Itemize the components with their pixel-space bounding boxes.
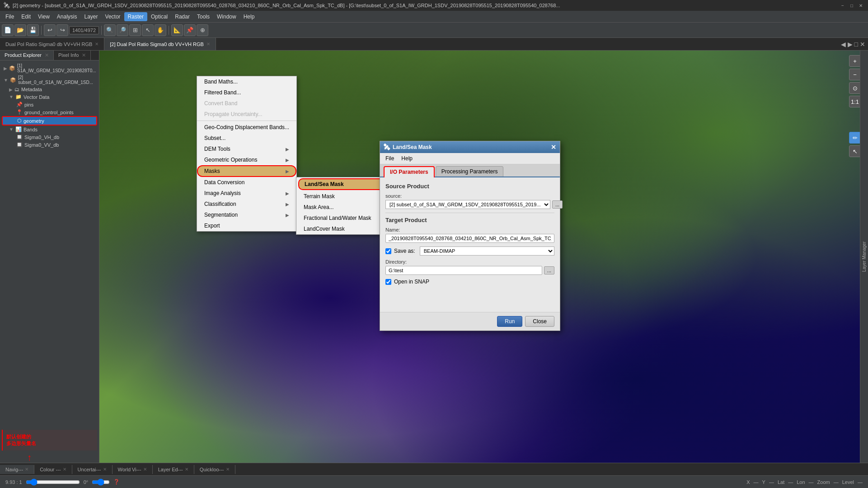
tab-view-1[interactable]: Dual Pol Ratio Sigma0 db VV+VH RGB ✕ xyxy=(0,38,104,50)
tree-item-2[interactable]: ▼ 📦 [2] subset_0_of_S1A_IW_GRDM_1SD... xyxy=(2,74,97,86)
nav-tab-quickloo[interactable]: Quickloo--- ✕ xyxy=(194,465,235,474)
tree-gcp[interactable]: 📍 ground_control_points xyxy=(2,108,97,116)
source-select[interactable]: [2] subset_0_of_S1A_IW_GRDM_1SDV_2019082… xyxy=(385,200,550,209)
menu-raster[interactable]: Raster xyxy=(124,12,147,21)
dd-export[interactable]: Export xyxy=(197,220,296,231)
view-close[interactable]: ✕ xyxy=(860,41,865,48)
dd-geo-ops[interactable]: Geometric Operations ▶ xyxy=(197,154,296,165)
open-in-snap-checkbox[interactable] xyxy=(385,279,391,285)
tree-pins[interactable]: 📌 pins xyxy=(2,101,97,108)
measure-button[interactable]: 📐 xyxy=(171,24,183,36)
pixel-info-close[interactable]: ✕ xyxy=(82,52,86,58)
dd-image-analysis[interactable]: Image Analysis ▶ xyxy=(197,188,296,199)
dd-subset[interactable]: Subset... xyxy=(197,133,296,144)
tab-product-explorer[interactable]: Product Explorer ✕ xyxy=(0,51,54,60)
menu-file[interactable]: File xyxy=(2,12,18,21)
zoom-in-button[interactable]: 🔍 xyxy=(104,24,116,36)
tree-bands[interactable]: ▼ 📊 Bands xyxy=(2,125,97,133)
menu-analysis[interactable]: Analysis xyxy=(53,12,81,21)
dd-segmentation[interactable]: Segmentation ▶ xyxy=(197,209,296,220)
save-button[interactable]: 💾 xyxy=(27,24,39,36)
dd-geocoding[interactable]: Geo-Coding Displacement Bands... xyxy=(197,122,296,133)
zoom-in-overlay[interactable]: + xyxy=(849,55,861,67)
gcp-button[interactable]: ⊕ xyxy=(197,24,208,36)
menu-window[interactable]: Window xyxy=(213,12,240,21)
zoom-label: Zoom xyxy=(817,479,830,485)
fit-button[interactable]: ⊞ xyxy=(129,24,141,36)
dialog-tab-io[interactable]: I/O Parameters xyxy=(384,166,435,177)
submenu-land-sea[interactable]: Land/Sea Mask xyxy=(298,178,393,190)
menu-edit[interactable]: Edit xyxy=(18,12,34,21)
quickloo-close[interactable]: ✕ xyxy=(226,467,230,472)
dd-filtered-band[interactable]: Filtered Band... xyxy=(197,87,296,98)
dialog-file-menu[interactable]: File xyxy=(382,154,398,163)
tree-metadata[interactable]: ▶ 🗂 Metadata xyxy=(2,86,97,93)
nav-tab-world[interactable]: World Vi--- ✕ xyxy=(113,465,153,474)
colour-close[interactable]: ✕ xyxy=(63,467,66,472)
zoom-out-overlay[interactable]: − xyxy=(849,69,861,80)
zoom-100-overlay[interactable]: 1:1 xyxy=(849,96,861,107)
draw-btn-2[interactable]: ↖ xyxy=(849,145,861,157)
tree-item-1[interactable]: ▶ 📦 [1] S1A_IW_GRDM_1SDV_20190828T0... xyxy=(2,62,97,74)
pan-button[interactable]: ✋ xyxy=(155,24,166,36)
tree-vector-data[interactable]: ▼ 📁 Vector Data xyxy=(2,93,97,101)
menu-help[interactable]: Help xyxy=(240,12,258,21)
menu-tools[interactable]: Tools xyxy=(193,12,213,21)
pin-button[interactable]: 📌 xyxy=(184,24,196,36)
product-explorer-close[interactable]: ✕ xyxy=(45,52,49,58)
tab-1-close[interactable]: ✕ xyxy=(95,42,99,46)
select-button[interactable]: ↖ xyxy=(142,24,154,36)
minimize-button[interactable]: − xyxy=(839,2,846,9)
scale-slider[interactable] xyxy=(26,479,80,486)
run-button[interactable]: Run xyxy=(497,316,522,327)
undo-button[interactable]: ↩ xyxy=(44,24,56,36)
directory-browse-button[interactable]: ... xyxy=(544,266,554,274)
dd-classification[interactable]: Classification ▶ xyxy=(197,199,296,209)
menu-layer[interactable]: Layer xyxy=(81,12,102,21)
dialog-close-button[interactable]: ✕ xyxy=(551,144,556,151)
uncertai-close[interactable]: ✕ xyxy=(103,467,107,472)
close-window-button[interactable]: ✕ xyxy=(857,2,864,9)
tree-geometry[interactable]: ⬡ geometry xyxy=(2,116,97,125)
source-browse-button[interactable]: ... xyxy=(552,200,563,209)
redo-button[interactable]: ↪ xyxy=(56,24,68,36)
world-close[interactable]: ✕ xyxy=(143,467,147,472)
save-as-checkbox[interactable] xyxy=(385,248,391,254)
open-button[interactable]: 📂 xyxy=(14,24,26,36)
tab-2-close[interactable]: ✕ xyxy=(206,42,210,46)
help-icon[interactable]: ❓ xyxy=(113,479,120,485)
view-nav-right[interactable]: ▶ xyxy=(848,41,853,48)
new-button[interactable]: 📄 xyxy=(2,24,14,36)
layer-close[interactable]: ✕ xyxy=(185,467,188,472)
nav-tab-colour[interactable]: Colour --- ✕ xyxy=(34,465,72,474)
view-nav-left[interactable]: ◀ xyxy=(841,41,846,48)
dd-masks[interactable]: Masks ▶ xyxy=(197,165,296,177)
nav-tab-layer[interactable]: Layer Ed--- ✕ xyxy=(153,465,194,474)
dialog-tab-processing[interactable]: Processing Parameters xyxy=(436,166,504,177)
tree-sigma-vv[interactable]: 🔲 Sigma0_VV_db xyxy=(2,141,97,149)
tab-pixel-info[interactable]: Pixel Info ✕ xyxy=(54,51,91,60)
nav-tab-uncertai[interactable]: Uncertai--- ✕ xyxy=(72,465,113,474)
dd-data-conv[interactable]: Data Conversion xyxy=(197,177,296,188)
zoom-fit-overlay[interactable]: ⊙ xyxy=(849,82,861,94)
menu-vector[interactable]: Vector xyxy=(102,12,124,21)
dd-dem-tools[interactable]: DEM Tools ▶ xyxy=(197,144,296,154)
navi-close[interactable]: ✕ xyxy=(25,467,28,472)
menu-view[interactable]: View xyxy=(34,12,53,21)
zoom-out-button[interactable]: 🔎 xyxy=(117,24,128,36)
save-format-select[interactable]: BEAM-DIMAP xyxy=(420,246,554,256)
menu-radar[interactable]: Radar xyxy=(171,12,193,21)
draw-btn-1[interactable]: ✏ xyxy=(849,132,861,144)
name-input[interactable] xyxy=(385,234,554,243)
close-dialog-button[interactable]: Close xyxy=(525,316,554,327)
maximize-button[interactable]: □ xyxy=(848,2,855,9)
directory-input[interactable] xyxy=(385,266,542,275)
nav-tab-navi[interactable]: Navig--- ✕ xyxy=(0,465,34,474)
tree-sigma-vh[interactable]: 🔲 Sigma0_VH_db xyxy=(2,133,97,141)
angle-slider[interactable] xyxy=(92,479,110,486)
menu-optical[interactable]: Optical xyxy=(147,12,171,21)
dialog-help-menu[interactable]: Help xyxy=(398,154,416,163)
tab-view-2[interactable]: [2] Dual Pol Ratio Sigma0 db VV+VH RGB ✕ xyxy=(104,38,216,50)
dd-band-maths[interactable]: Band Maths... xyxy=(197,76,296,87)
view-maximize[interactable]: □ xyxy=(854,41,858,48)
